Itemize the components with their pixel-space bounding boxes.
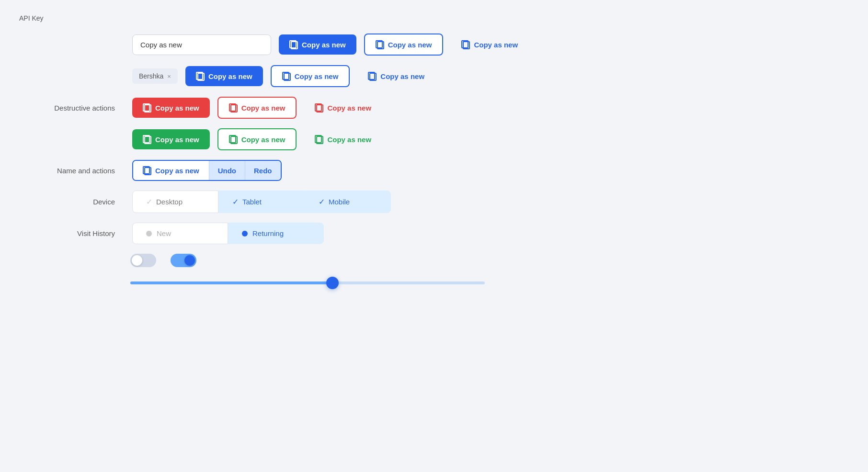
toggle-row <box>130 254 849 267</box>
device-tablet[interactable]: ✓ Tablet <box>218 191 305 213</box>
destructive-label: Destructive actions <box>19 104 125 112</box>
toggle-thumb-off <box>132 255 142 266</box>
visit-selector: New Returning <box>132 223 324 244</box>
check-icon-tablet: ✓ <box>232 197 239 206</box>
copy-new-btn-ghost-red[interactable]: Copy as new <box>304 98 382 118</box>
copy-icon <box>461 40 470 49</box>
copy-icon <box>315 135 323 144</box>
redo-btn[interactable]: Redo <box>245 161 281 180</box>
copy-new-btn-outline-blue-2[interactable]: Copy as new <box>271 65 350 87</box>
toggle-off[interactable] <box>130 254 156 267</box>
copy-icon <box>196 72 205 80</box>
copy-new-btn-primary-blue-1[interactable]: Copy as new <box>279 34 356 55</box>
copy-icon <box>143 103 151 112</box>
copy-new-btn-outline-green[interactable]: Copy as new <box>217 128 297 150</box>
copy-icon <box>143 166 151 175</box>
slider-row <box>130 277 849 284</box>
copy-icon <box>368 72 377 80</box>
tag-close-icon[interactable]: × <box>167 73 171 80</box>
api-key-row: Copy as new Copy as new Copy as new <box>19 34 849 56</box>
copy-icon <box>143 135 151 144</box>
copy-icon <box>376 40 384 49</box>
destructive-row: Destructive actions Copy as new Copy as … <box>19 97 849 119</box>
check-icon-desktop: ✓ <box>146 197 152 206</box>
dot-new <box>146 231 152 236</box>
dot-returning <box>242 231 248 236</box>
tag-label: Bershka <box>139 72 163 80</box>
green-row: Copy as new Copy as new Copy as new <box>19 128 849 150</box>
visit-history-label: Visit History <box>19 229 125 237</box>
slider-thumb[interactable] <box>326 277 339 289</box>
page-title: API Key <box>19 14 849 22</box>
main-content: Copy as new Copy as new Copy as new Bers… <box>19 34 849 244</box>
device-selector: ✓ Desktop ✓ Tablet ✓ Mobile <box>132 191 391 213</box>
copy-new-btn-primary-blue-2[interactable]: Copy as new <box>185 66 263 86</box>
check-icon-mobile: ✓ <box>319 197 325 206</box>
copy-new-btn-group-main[interactable]: Copy as new <box>133 161 209 180</box>
copy-icon <box>315 103 323 112</box>
copy-icon <box>229 135 238 144</box>
tag-row: Bershka × Copy as new Copy as new Copy a… <box>19 65 849 87</box>
copy-new-btn-outline-red[interactable]: Copy as new <box>217 97 297 119</box>
name-actions-group: Copy as new Undo Redo <box>132 160 282 181</box>
api-key-input[interactable] <box>132 34 271 55</box>
visit-history-row: Visit History New Returning <box>19 223 849 244</box>
bershka-tag: Bershka × <box>132 68 178 84</box>
device-row: Device ✓ Desktop ✓ Tablet ✓ Mobile <box>19 191 849 213</box>
device-mobile[interactable]: ✓ Mobile <box>305 191 391 213</box>
copy-new-btn-ghost-blue-1[interactable]: Copy as new <box>451 34 528 55</box>
slider-track[interactable] <box>130 281 485 284</box>
copy-icon <box>282 72 291 80</box>
copy-icon <box>229 103 238 112</box>
undo-btn[interactable]: Undo <box>209 161 245 180</box>
device-label: Device <box>19 198 125 206</box>
copy-new-btn-primary-green[interactable]: Copy as new <box>132 129 210 149</box>
slider-fill <box>130 281 332 284</box>
copy-new-btn-ghost-green[interactable]: Copy as new <box>304 129 382 149</box>
toggle-on[interactable] <box>171 254 196 267</box>
device-desktop[interactable]: ✓ Desktop <box>132 191 218 213</box>
copy-icon <box>289 40 298 49</box>
toggle-thumb-on <box>184 255 195 266</box>
copy-new-btn-outline-blue-1[interactable]: Copy as new <box>364 34 444 56</box>
visit-returning[interactable]: Returning <box>228 223 324 244</box>
name-actions-row: Name and actions Copy as new Undo Redo <box>19 160 849 181</box>
visit-new[interactable]: New <box>132 223 228 244</box>
copy-new-btn-primary-red[interactable]: Copy as new <box>132 98 210 118</box>
copy-new-btn-ghost-blue-2[interactable]: Copy as new <box>357 66 435 86</box>
name-actions-label: Name and actions <box>19 167 125 175</box>
